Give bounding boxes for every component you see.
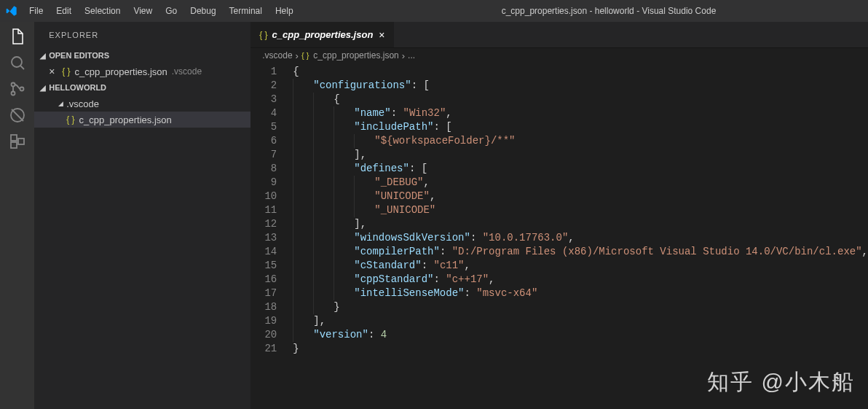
folder-item[interactable]: ◢.vscode	[34, 96, 250, 112]
chevron-right-icon: ›	[402, 50, 405, 61]
json-file-icon: { }	[259, 30, 267, 40]
code-content[interactable]: {"configurations": [{"name": "Win32","in…	[287, 63, 868, 409]
chevron-down-icon: ◢	[55, 100, 66, 107]
sidebar-title: EXPLORER	[34, 22, 250, 47]
close-icon[interactable]: ×	[49, 66, 58, 77]
close-icon[interactable]: ×	[379, 29, 384, 41]
svg-point-3	[20, 87, 23, 91]
menu-go[interactable]: Go	[159, 3, 183, 19]
json-file-icon: { }	[66, 114, 74, 125]
editor-area: { } c_cpp_properties.json × .vscode› { }…	[250, 22, 868, 409]
svg-rect-5	[11, 135, 17, 141]
menu-bar: File Edit Selection View Go Debug Termin…	[23, 3, 299, 19]
svg-point-1	[11, 83, 15, 87]
chevron-down-icon: ◢	[37, 52, 49, 60]
code-editor[interactable]: 123456789101112131415161718192021 {"conf…	[250, 63, 868, 409]
breadcrumbs[interactable]: .vscode› { }c_cpp_properties.json› ...	[250, 47, 868, 63]
open-editor-item[interactable]: × { } c_cpp_properties.json .vscode	[34, 63, 250, 79]
vscode-logo-icon	[6, 5, 17, 17]
search-icon[interactable]	[9, 54, 26, 71]
debug-icon[interactable]	[9, 106, 26, 124]
workspace-header[interactable]: ◢HELLOWORLD	[34, 79, 250, 96]
chevron-down-icon: ◢	[37, 84, 49, 92]
line-gutter: 123456789101112131415161718192021	[250, 63, 287, 409]
json-file-icon: { }	[62, 66, 70, 77]
menu-selection[interactable]: Selection	[79, 3, 126, 19]
open-editors-header[interactable]: ◢OPEN EDITORS	[34, 47, 250, 63]
menu-edit[interactable]: Edit	[50, 3, 77, 19]
sidebar: EXPLORER ◢OPEN EDITORS × { } c_cpp_prope…	[34, 22, 250, 409]
explorer-icon[interactable]	[9, 28, 26, 45]
menu-view[interactable]: View	[127, 3, 158, 19]
tab-bar: { } c_cpp_properties.json ×	[250, 22, 868, 47]
svg-rect-7	[18, 139, 24, 144]
svg-rect-6	[11, 142, 17, 148]
menu-terminal[interactable]: Terminal	[224, 3, 268, 19]
svg-point-0	[12, 57, 22, 67]
extensions-icon[interactable]	[9, 133, 26, 150]
title-bar: File Edit Selection View Go Debug Termin…	[0, 0, 868, 22]
menu-file[interactable]: File	[23, 3, 49, 19]
menu-help[interactable]: Help	[269, 3, 299, 19]
file-item[interactable]: { }c_cpp_properties.json	[34, 112, 250, 128]
editor-tab[interactable]: { } c_cpp_properties.json ×	[250, 22, 394, 47]
window-title: c_cpp_properties.json - helloworld - Vis…	[502, 6, 717, 16]
watermark-text: 知乎 @小木船	[707, 367, 855, 397]
svg-point-2	[11, 92, 15, 96]
menu-debug[interactable]: Debug	[184, 3, 221, 19]
source-control-icon[interactable]	[9, 80, 26, 98]
chevron-right-icon: ›	[296, 50, 299, 61]
activity-bar	[0, 22, 34, 409]
json-file-icon: { }	[301, 51, 309, 60]
